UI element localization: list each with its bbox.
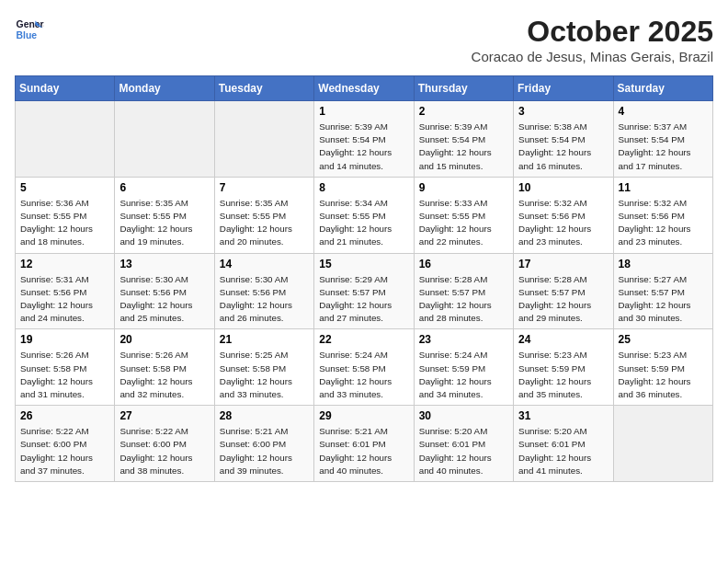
table-row: 8Sunrise: 5:34 AM Sunset: 5:55 PM Daylig… (314, 177, 414, 253)
day-info: Sunrise: 5:22 AM Sunset: 6:00 PM Dayligh… (119, 425, 209, 477)
header-wednesday: Wednesday (314, 76, 414, 101)
header-thursday: Thursday (414, 76, 513, 101)
table-row: 3Sunrise: 5:38 AM Sunset: 5:54 PM Daylig… (514, 101, 613, 178)
table-row: 17Sunrise: 5:28 AM Sunset: 5:57 PM Dayli… (514, 253, 613, 329)
table-row: 2Sunrise: 5:39 AM Sunset: 5:54 PM Daylig… (414, 101, 513, 178)
day-number: 24 (518, 333, 608, 346)
day-info: Sunrise: 5:25 AM Sunset: 5:58 PM Dayligh… (220, 349, 309, 401)
day-info: Sunrise: 5:38 AM Sunset: 5:54 PM Dayligh… (518, 121, 608, 173)
table-row: 4Sunrise: 5:37 AM Sunset: 5:54 PM Daylig… (613, 101, 712, 178)
calendar-title: October 2025 (472, 15, 713, 49)
table-row: 10Sunrise: 5:32 AM Sunset: 5:56 PM Dayli… (514, 177, 613, 253)
day-info: Sunrise: 5:24 AM Sunset: 5:58 PM Dayligh… (319, 349, 408, 401)
calendar-week-row: 5Sunrise: 5:36 AM Sunset: 5:55 PM Daylig… (16, 177, 713, 253)
title-area: October 2025 Coracao de Jesus, Minas Ger… (472, 15, 713, 64)
day-number: 11 (619, 181, 708, 194)
day-info: Sunrise: 5:21 AM Sunset: 6:00 PM Dayligh… (220, 425, 309, 477)
day-info: Sunrise: 5:34 AM Sunset: 5:55 PM Dayligh… (319, 197, 408, 249)
day-number: 27 (119, 409, 209, 422)
day-info: Sunrise: 5:26 AM Sunset: 5:58 PM Dayligh… (20, 349, 109, 401)
day-info: Sunrise: 5:32 AM Sunset: 5:56 PM Dayligh… (619, 197, 708, 249)
day-number: 1 (319, 105, 408, 118)
day-number: 14 (220, 258, 309, 270)
day-number: 12 (20, 258, 109, 270)
day-info: Sunrise: 5:39 AM Sunset: 5:54 PM Dayligh… (319, 121, 408, 173)
day-number: 20 (119, 333, 209, 346)
day-number: 18 (619, 258, 708, 270)
table-row: 5Sunrise: 5:36 AM Sunset: 5:55 PM Daylig… (16, 177, 115, 253)
table-row: 23Sunrise: 5:24 AM Sunset: 5:59 PM Dayli… (414, 329, 513, 406)
table-row (115, 101, 214, 178)
table-row: 12Sunrise: 5:31 AM Sunset: 5:56 PM Dayli… (16, 253, 115, 329)
header-monday: Monday (115, 76, 214, 101)
table-row: 15Sunrise: 5:29 AM Sunset: 5:57 PM Dayli… (314, 253, 414, 329)
table-row (214, 101, 313, 178)
day-info: Sunrise: 5:21 AM Sunset: 6:01 PM Dayligh… (319, 425, 408, 477)
day-info: Sunrise: 5:35 AM Sunset: 5:55 PM Dayligh… (119, 197, 209, 249)
day-info: Sunrise: 5:28 AM Sunset: 5:57 PM Dayligh… (518, 273, 608, 326)
table-row: 20Sunrise: 5:26 AM Sunset: 5:58 PM Dayli… (115, 329, 214, 406)
day-number: 7 (220, 181, 309, 194)
day-number: 8 (319, 181, 408, 194)
day-info: Sunrise: 5:23 AM Sunset: 5:59 PM Dayligh… (518, 349, 608, 401)
day-number: 31 (518, 409, 608, 422)
day-number: 3 (518, 105, 608, 118)
day-number: 17 (518, 258, 608, 270)
day-info: Sunrise: 5:36 AM Sunset: 5:55 PM Dayligh… (20, 197, 109, 249)
table-row: 29Sunrise: 5:21 AM Sunset: 6:01 PM Dayli… (314, 406, 414, 482)
table-row: 30Sunrise: 5:20 AM Sunset: 6:01 PM Dayli… (414, 406, 513, 482)
day-info: Sunrise: 5:20 AM Sunset: 6:01 PM Dayligh… (518, 425, 608, 477)
calendar-subtitle: Coracao de Jesus, Minas Gerais, Brazil (472, 49, 713, 64)
day-number: 9 (419, 181, 508, 194)
day-info: Sunrise: 5:37 AM Sunset: 5:54 PM Dayligh… (619, 121, 708, 173)
day-number: 2 (419, 105, 508, 118)
calendar-week-row: 1Sunrise: 5:39 AM Sunset: 5:54 PM Daylig… (16, 101, 713, 178)
table-row: 25Sunrise: 5:23 AM Sunset: 5:59 PM Dayli… (613, 329, 712, 406)
calendar-week-row: 26Sunrise: 5:22 AM Sunset: 6:00 PM Dayli… (16, 406, 713, 482)
table-row: 26Sunrise: 5:22 AM Sunset: 6:00 PM Dayli… (16, 406, 115, 482)
day-info: Sunrise: 5:30 AM Sunset: 5:56 PM Dayligh… (220, 273, 309, 326)
day-info: Sunrise: 5:35 AM Sunset: 5:55 PM Dayligh… (220, 197, 309, 249)
day-number: 22 (319, 333, 408, 346)
day-number: 23 (419, 333, 508, 346)
day-number: 16 (419, 258, 508, 270)
day-info: Sunrise: 5:29 AM Sunset: 5:57 PM Dayligh… (319, 273, 408, 326)
day-info: Sunrise: 5:26 AM Sunset: 5:58 PM Dayligh… (119, 349, 209, 401)
page-header: General Blue October 2025 Coracao de Jes… (15, 15, 713, 64)
header-saturday: Saturday (613, 76, 712, 101)
table-row: 7Sunrise: 5:35 AM Sunset: 5:55 PM Daylig… (214, 177, 313, 253)
day-number: 21 (220, 333, 309, 346)
svg-text:Blue: Blue (17, 30, 38, 40)
header-tuesday: Tuesday (214, 76, 313, 101)
table-row: 22Sunrise: 5:24 AM Sunset: 5:58 PM Dayli… (314, 329, 414, 406)
logo: General Blue (15, 15, 44, 44)
table-row: 27Sunrise: 5:22 AM Sunset: 6:00 PM Dayli… (115, 406, 214, 482)
day-info: Sunrise: 5:23 AM Sunset: 5:59 PM Dayligh… (619, 349, 708, 401)
calendar-table: Sunday Monday Tuesday Wednesday Thursday… (15, 75, 713, 482)
day-info: Sunrise: 5:28 AM Sunset: 5:57 PM Dayligh… (419, 273, 508, 326)
day-info: Sunrise: 5:22 AM Sunset: 6:00 PM Dayligh… (20, 425, 109, 477)
table-row: 9Sunrise: 5:33 AM Sunset: 5:55 PM Daylig… (414, 177, 513, 253)
day-info: Sunrise: 5:32 AM Sunset: 5:56 PM Dayligh… (518, 197, 608, 249)
day-number: 30 (419, 409, 508, 422)
day-number: 6 (119, 181, 209, 194)
svg-text:General: General (17, 19, 44, 29)
table-row (16, 101, 115, 178)
day-info: Sunrise: 5:33 AM Sunset: 5:55 PM Dayligh… (419, 197, 508, 249)
day-number: 4 (619, 105, 708, 118)
table-row: 1Sunrise: 5:39 AM Sunset: 5:54 PM Daylig… (314, 101, 414, 178)
table-row: 16Sunrise: 5:28 AM Sunset: 5:57 PM Dayli… (414, 253, 513, 329)
header-friday: Friday (514, 76, 613, 101)
day-number: 25 (619, 333, 708, 346)
table-row (613, 406, 712, 482)
header-sunday: Sunday (16, 76, 115, 101)
weekday-header-row: Sunday Monday Tuesday Wednesday Thursday… (16, 76, 713, 101)
calendar-week-row: 19Sunrise: 5:26 AM Sunset: 5:58 PM Dayli… (16, 329, 713, 406)
day-info: Sunrise: 5:20 AM Sunset: 6:01 PM Dayligh… (419, 425, 508, 477)
table-row: 21Sunrise: 5:25 AM Sunset: 5:58 PM Dayli… (214, 329, 313, 406)
day-number: 13 (119, 258, 209, 270)
day-number: 10 (518, 181, 608, 194)
day-info: Sunrise: 5:39 AM Sunset: 5:54 PM Dayligh… (419, 121, 508, 173)
day-info: Sunrise: 5:24 AM Sunset: 5:59 PM Dayligh… (419, 349, 508, 401)
table-row: 19Sunrise: 5:26 AM Sunset: 5:58 PM Dayli… (16, 329, 115, 406)
